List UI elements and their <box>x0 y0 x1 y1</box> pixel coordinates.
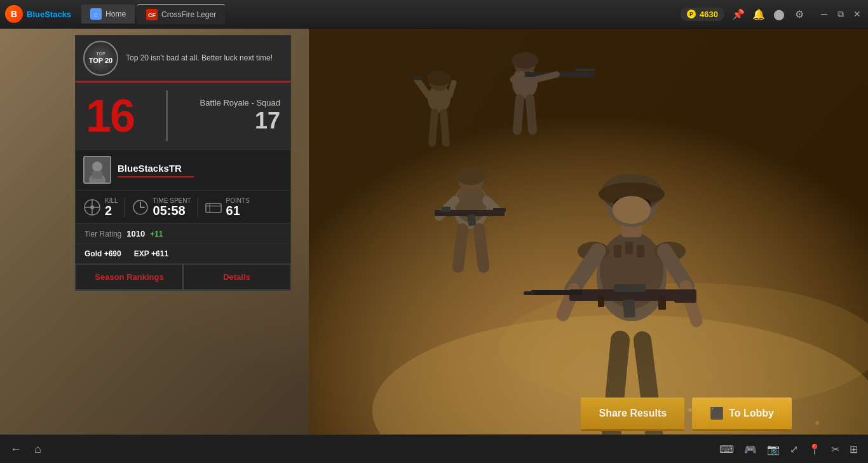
lobby-label: To Lobby <box>729 408 774 419</box>
svg-text:CF: CF <box>148 12 156 18</box>
time-value: 05:58 <box>153 204 191 217</box>
taskbar: ← ⌂ ⌨ 🎮 📷 ⤢ 📍 ✂ ⊞ <box>0 434 868 463</box>
stats-section: Kill 2 Time Spent 05:58 <box>76 191 290 224</box>
tier-rating-section: Tier Rating 1010 +11 <box>76 224 290 244</box>
minimize-button[interactable]: ─ <box>818 8 830 20</box>
svg-point-70 <box>92 162 102 172</box>
kill-icon <box>83 198 101 216</box>
rank-section: 16 Battle Royale - Squad 17 <box>76 83 290 149</box>
top-label: TOP <box>96 52 105 57</box>
points-value: 61 <box>226 204 250 217</box>
top-number: TOP 20 <box>89 57 113 65</box>
gold-label: Gold <box>85 249 102 258</box>
rank-divider <box>166 90 168 141</box>
panel-buttons: Season Rankings Details <box>76 264 290 290</box>
tab-home[interactable]: ⌂ Home <box>81 4 135 24</box>
time-icon <box>132 198 149 216</box>
exp-reward: EXP +611 <box>134 249 168 258</box>
restore-button[interactable]: ⧉ <box>835 8 846 20</box>
mode-label: Battle Royale - Squad <box>200 98 280 107</box>
points-icon <box>205 198 222 216</box>
to-lobby-button[interactable]: ⬛ To Lobby <box>692 397 792 431</box>
coins-icon: P <box>687 10 696 18</box>
camera-icon[interactable]: 📷 <box>767 443 780 455</box>
svg-rect-72 <box>92 171 102 179</box>
fullscreen-icon[interactable]: ⤢ <box>790 443 798 455</box>
tier-rating-change: +11 <box>150 230 163 238</box>
player-avatar <box>83 156 111 184</box>
record-icon[interactable]: ⬤ <box>773 8 785 20</box>
result-message: Top 20 isn't bad at all. Better luck nex… <box>126 53 283 64</box>
total-players: 17 <box>200 107 280 134</box>
kill-stat: Kill 2 <box>83 197 125 217</box>
location-icon[interactable]: 📍 <box>808 443 821 455</box>
settings-icon[interactable]: ⚙ <box>793 8 806 20</box>
keyboard-icon[interactable]: ⌨ <box>719 443 734 455</box>
rewards-section: Gold +690 EXP +611 <box>76 244 290 264</box>
tab-game-label: CrossFire Leger <box>161 10 216 19</box>
svg-rect-80 <box>206 204 221 212</box>
exp-label: EXP <box>134 249 149 258</box>
close-button[interactable]: ✕ <box>851 8 863 20</box>
rank-number: 16 <box>86 93 134 139</box>
player-bar <box>118 176 194 177</box>
kill-value: 2 <box>105 204 118 217</box>
back-button[interactable]: ← <box>10 443 22 456</box>
action-buttons: Share Results ⬛ To Lobby <box>581 397 792 431</box>
taskbar-right-icons: ⌨ 🎮 📷 ⤢ 📍 ✂ ⊞ <box>719 443 858 455</box>
home-button[interactable]: ⌂ <box>34 443 41 456</box>
points-stat: Points 61 <box>198 197 256 217</box>
tab-home-label: Home <box>105 10 126 18</box>
tab-crossfire[interactable]: CF CrossFire Leger <box>137 4 225 24</box>
layout-icon[interactable]: ⊞ <box>850 443 858 455</box>
game-tab-icon: CF <box>146 9 158 20</box>
coins-badge: P 4630 <box>681 8 724 21</box>
window-controls: ─ ⧉ ✕ <box>818 8 863 20</box>
scissors-icon[interactable]: ✂ <box>831 443 839 455</box>
player-name: BlueStacksTR <box>118 163 194 174</box>
top20-badge: TOP TOP 20 <box>83 41 118 76</box>
brand-name: BlueStacks <box>27 10 71 19</box>
player-section: BlueStacksTR <box>76 149 290 191</box>
result-panel: TOP TOP 20 Top 20 isn't bad at all. Bett… <box>75 35 291 291</box>
share-results-button[interactable]: Share Results <box>581 397 684 431</box>
gold-reward: Gold +690 <box>85 249 121 258</box>
top20-header: TOP TOP 20 Top 20 isn't bad at all. Bett… <box>76 36 290 83</box>
time-stat: Time Spent 05:58 <box>125 197 198 217</box>
game-area: TOP TOP 20 Top 20 isn't bad at all. Bett… <box>0 29 868 463</box>
pin-icon[interactable]: 📌 <box>732 8 745 20</box>
titlebar: B BlueStacks ⌂ Home CF CrossFire Leger P… <box>0 0 868 29</box>
bell-icon[interactable]: 🔔 <box>752 8 765 20</box>
gold-value: +690 <box>104 249 121 258</box>
tier-rating-value: 1010 <box>126 229 145 238</box>
svg-point-76 <box>90 205 94 209</box>
titlebar-controls: P 4630 📌 🔔 ⬤ ⚙ ─ ⧉ ✕ <box>681 8 863 21</box>
details-button[interactable]: Details <box>183 264 290 290</box>
exp-value: +611 <box>151 249 168 258</box>
bluestacks-logo: B <box>5 5 23 23</box>
tier-rating-label: Tier Rating <box>85 230 121 238</box>
home-tab-icon: ⌂ <box>90 8 102 20</box>
season-rankings-button[interactable]: Season Rankings <box>76 264 183 290</box>
gamepad-icon[interactable]: 🎮 <box>744 443 757 455</box>
coins-value: 4630 <box>700 10 718 19</box>
lobby-icon: ⬛ <box>710 406 724 420</box>
